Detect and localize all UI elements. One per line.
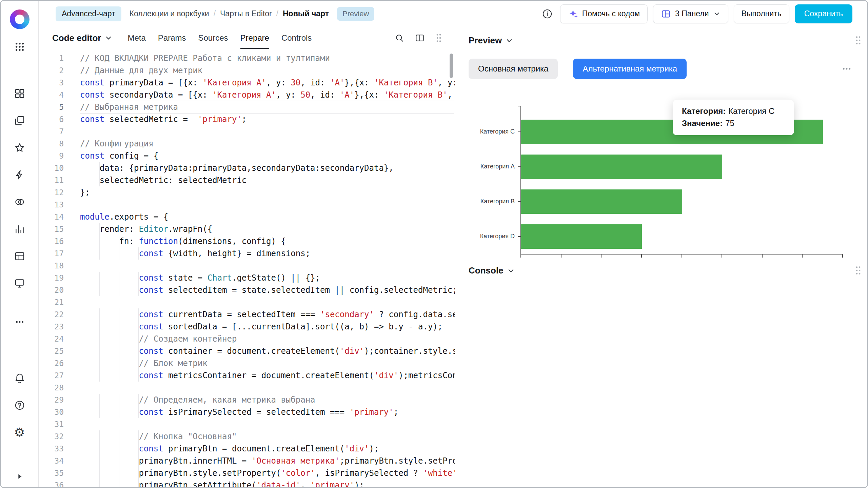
panels-button[interactable]: 3 Панели [653, 4, 728, 23]
app-logo-icon[interactable] [10, 9, 29, 29]
line-number: 36 [39, 479, 64, 487]
code-line-29[interactable]: // Определяем, какая метрика выбрана [80, 394, 455, 406]
code-line-18[interactable] [80, 260, 455, 272]
code-line-6[interactable]: const selectedMetric = 'primary'; [80, 113, 455, 125]
run-label: Выполнить [742, 9, 782, 18]
table-icon [14, 250, 25, 262]
code-line-4[interactable]: const secondaryData = [{x: 'Категория А'… [80, 89, 455, 101]
bar-2[interactable] [521, 155, 722, 179]
sidebar-item-apps[interactable] [10, 37, 29, 56]
chevron-down-icon [505, 37, 513, 45]
bar-4[interactable] [521, 224, 642, 249]
code-line-26[interactable]: // Блок метрик [80, 357, 455, 369]
code-line-11[interactable]: selectedMetric: selectedMetric [80, 174, 455, 186]
chevron-down-icon [104, 34, 113, 42]
code-line-34[interactable]: primaryBtn.innerHTML = 'Основная метрика… [80, 455, 455, 467]
drag-handle-icon[interactable] [854, 265, 862, 276]
code-line-25[interactable]: const container = document.createElement… [80, 345, 455, 357]
run-button[interactable]: Выполнить [734, 4, 789, 23]
bar-track [520, 149, 843, 184]
code-line-30[interactable]: const isPrimarySelected = selectedItem =… [80, 406, 455, 418]
code-line-20[interactable]: const selectedItem = state.selectedItem … [80, 284, 455, 296]
info-icon[interactable] [540, 6, 555, 21]
app-chip[interactable]: Advanced-чарт [56, 6, 121, 21]
code-editor-dropdown[interactable]: Code editor [52, 33, 113, 43]
code-gutter: 1234567891011121314151617181920212223242… [39, 52, 64, 487]
more-icon[interactable] [842, 64, 852, 74]
code-area[interactable]: 1234567891011121314151617181920212223242… [39, 49, 455, 487]
metric-button-1[interactable]: Основная метрика [469, 59, 558, 79]
tab-controls[interactable]: Controls [281, 27, 312, 49]
sidebar-item-settings[interactable]: ⚙ [10, 423, 29, 442]
breadcrumb-item[interactable]: Коллекции и воркбуки [130, 9, 209, 18]
tab-prepare[interactable]: Prepare [240, 27, 269, 49]
tab-meta[interactable]: Meta [127, 27, 145, 49]
sidebar-item-help[interactable] [10, 396, 29, 415]
app-window: ⚙ Advanced-чарт Коллекции и воркбуки/Чар… [0, 0, 868, 488]
drag-handle-icon[interactable] [854, 35, 862, 45]
sidebar-item-connections[interactable] [10, 165, 29, 184]
code-line-2[interactable]: // Данные для двух метрик [80, 64, 455, 77]
help-code-button[interactable]: Помочь с кодом [560, 4, 648, 23]
code-line-10[interactable]: data: {primaryData:primaryData,secondary… [80, 162, 455, 174]
search-icon[interactable] [394, 33, 405, 43]
console-dropdown[interactable]: Console [469, 265, 515, 276]
sidebar-item-charts[interactable] [10, 220, 29, 239]
code-line-14[interactable]: module.exports = { [80, 211, 455, 223]
line-number: 6 [39, 113, 64, 125]
code-line-13[interactable] [80, 199, 455, 211]
code-line-21[interactable] [80, 296, 455, 308]
code-line-19[interactable]: const state = Chart.getState() || {}; [80, 272, 455, 284]
line-number: 17 [39, 247, 64, 260]
metric-button-2[interactable]: Альтернативная метрика [573, 59, 687, 79]
line-number: 33 [39, 443, 64, 455]
sparkle-icon [568, 9, 578, 19]
code-line-32[interactable]: // Кнопка "Основная" [80, 430, 455, 443]
breadcrumb-item[interactable]: Чарты в Editor [220, 9, 272, 18]
code-line-33[interactable]: const primaryBtn = document.createElemen… [80, 443, 455, 455]
code-line-8[interactable]: // Конфигурация [80, 138, 455, 150]
code-line-23[interactable]: const sortedData = [...currentData].sort… [80, 321, 455, 333]
split-view-icon[interactable] [415, 33, 425, 43]
code-line-3[interactable]: const primaryData = [{x: 'Категория А', … [80, 77, 455, 89]
code-line-5[interactable]: // Выбранная метрика [80, 101, 455, 113]
bar-row: Категория D [469, 219, 843, 254]
code-line-22[interactable]: const currentData = selectedItem === 'se… [80, 308, 455, 321]
sidebar-item-monitoring[interactable] [10, 274, 29, 293]
editor-scrollbar[interactable] [450, 54, 453, 78]
code-line-9[interactable]: const config = { [80, 150, 455, 162]
code-line-31[interactable] [80, 418, 455, 430]
code-line-28[interactable] [80, 382, 455, 394]
sidebar-item-more[interactable] [10, 312, 29, 331]
tab-sources[interactable]: Sources [198, 27, 228, 49]
sidebar-item-collections[interactable] [10, 111, 29, 130]
sidebar-item-notifications[interactable] [10, 369, 29, 388]
line-number: 22 [39, 308, 64, 321]
preview-badge: Preview [337, 7, 374, 21]
sidebar-item-relations[interactable] [10, 192, 29, 211]
sidebar-item-favorites[interactable] [10, 138, 29, 157]
code-line-17[interactable]: const {width, height} = dimensions; [80, 247, 455, 260]
preview-dropdown[interactable]: Preview [469, 35, 513, 46]
code-line-16[interactable]: fn: function(dimensions, config) { [80, 235, 455, 247]
save-button[interactable]: Сохранить [795, 4, 852, 23]
code-line-24[interactable]: // Создаем контейнер [80, 333, 455, 345]
code-line-15[interactable]: render: Editor.wrapFn({ [80, 223, 455, 235]
drag-handle-icon[interactable] [435, 33, 442, 43]
tab-params[interactable]: Params [158, 27, 186, 49]
bar-3[interactable] [521, 189, 682, 214]
code-line-35[interactable]: primaryBtn.style.setProperty('color', is… [80, 467, 455, 479]
code-line-7[interactable] [80, 125, 455, 138]
bar-row: Категория B [469, 184, 843, 219]
code-line-1[interactable]: // КОД ВКЛАДКИ PREPARE Работа с кликами … [80, 52, 455, 64]
collapse-sidebar-icon[interactable] [13, 470, 26, 483]
dashboard-icon [14, 88, 25, 99]
bar-track [520, 184, 843, 219]
sidebar-item-datasets[interactable] [10, 247, 29, 266]
code-line-27[interactable]: const metricsContainer = document.create… [80, 369, 455, 382]
code-line-12[interactable]: }; [80, 186, 455, 199]
sidebar-nav [10, 84, 29, 340]
code-line-36[interactable]: primaryBtn.setAttribute('data-id', 'prim… [80, 479, 455, 487]
sidebar-item-dashboards[interactable] [10, 84, 29, 103]
lightning-icon [14, 169, 25, 181]
